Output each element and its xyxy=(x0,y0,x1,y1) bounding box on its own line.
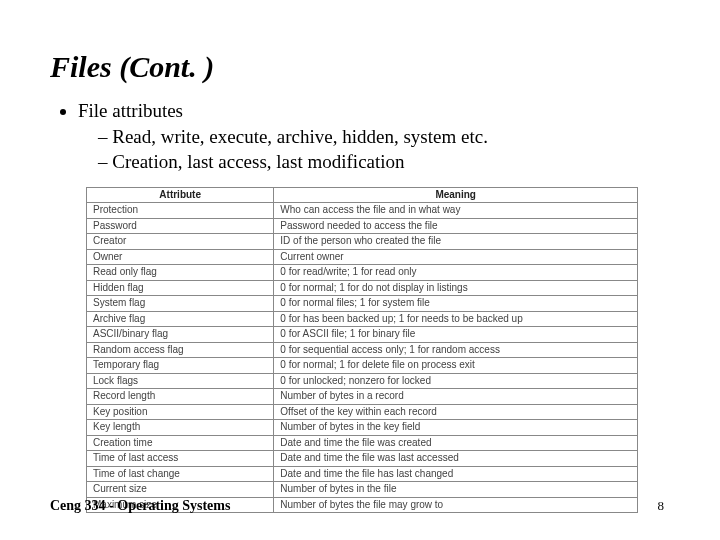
cell-meaning: 0 for unlocked; nonzero for locked xyxy=(274,373,638,389)
table-row: Record lengthNumber of bytes in a record xyxy=(87,389,638,405)
cell-meaning: Current owner xyxy=(274,249,638,265)
cell-meaning: Offset of the key within each record xyxy=(274,404,638,420)
cell-attribute: Key length xyxy=(87,420,274,436)
table-row: Creation timeDate and time the file was … xyxy=(87,435,638,451)
cell-meaning: 0 for has been backed up; 1 for needs to… xyxy=(274,311,638,327)
bullet-primary-text: File attributes xyxy=(78,100,183,121)
cell-meaning: 0 for read/write; 1 for read only xyxy=(274,265,638,281)
cell-meaning: Date and time the file was created xyxy=(274,435,638,451)
table-row: OwnerCurrent owner xyxy=(87,249,638,265)
footer-text: Ceng 334 - Operating Systems xyxy=(50,498,230,514)
cell-meaning: Number of bytes in a record xyxy=(274,389,638,405)
table-row: Key positionOffset of the key within eac… xyxy=(87,404,638,420)
col-header-meaning: Meaning xyxy=(274,187,638,203)
cell-meaning: 0 for ASCII file; 1 for binary file xyxy=(274,327,638,343)
cell-meaning: Number of bytes in the key field xyxy=(274,420,638,436)
cell-meaning: 0 for normal; 1 for delete file on proce… xyxy=(274,358,638,374)
cell-attribute: Archive flag xyxy=(87,311,274,327)
table-row: Random access flag0 for sequential acces… xyxy=(87,342,638,358)
table-row: Lock flags0 for unlocked; nonzero for lo… xyxy=(87,373,638,389)
cell-attribute: Hidden flag xyxy=(87,280,274,296)
slide-title: Files (Cont. ) xyxy=(50,50,670,84)
bullet-sub-1: Read, write, execute, archive, hidden, s… xyxy=(98,124,670,150)
cell-meaning: Date and time the file has last changed xyxy=(274,466,638,482)
col-header-attribute: Attribute xyxy=(87,187,274,203)
cell-meaning: Who can access the file and in what way xyxy=(274,203,638,219)
table-row: ProtectionWho can access the file and in… xyxy=(87,203,638,219)
table-row: Time of last accessDate and time the fil… xyxy=(87,451,638,467)
cell-attribute: Random access flag xyxy=(87,342,274,358)
table-row: Read only flag0 for read/write; 1 for re… xyxy=(87,265,638,281)
table-row: CreatorID of the person who created the … xyxy=(87,234,638,250)
page-number: 8 xyxy=(658,498,665,514)
cell-meaning: 0 for normal files; 1 for system file xyxy=(274,296,638,312)
cell-attribute: Password xyxy=(87,218,274,234)
bullet-list: File attributes Read, write, execute, ar… xyxy=(50,98,670,175)
cell-meaning: Password needed to access the file xyxy=(274,218,638,234)
table-row: Hidden flag0 for normal; 1 for do not di… xyxy=(87,280,638,296)
bullet-sub-2: Creation, last access, last modification xyxy=(98,149,670,175)
cell-attribute: Record length xyxy=(87,389,274,405)
cell-meaning: 0 for normal; 1 for do not display in li… xyxy=(274,280,638,296)
table-row: Time of last changeDate and time the fil… xyxy=(87,466,638,482)
cell-attribute: Protection xyxy=(87,203,274,219)
attributes-table: Attribute Meaning ProtectionWho can acce… xyxy=(86,187,638,514)
cell-attribute: Read only flag xyxy=(87,265,274,281)
table-row: Current sizeNumber of bytes in the file xyxy=(87,482,638,498)
cell-attribute: Creator xyxy=(87,234,274,250)
cell-meaning: ID of the person who created the file xyxy=(274,234,638,250)
cell-attribute: Owner xyxy=(87,249,274,265)
table-row: ASCII/binary flag0 for ASCII file; 1 for… xyxy=(87,327,638,343)
bullet-primary: File attributes Read, write, execute, ar… xyxy=(78,98,670,175)
cell-attribute: System flag xyxy=(87,296,274,312)
cell-attribute: Creation time xyxy=(87,435,274,451)
table-row: Archive flag0 for has been backed up; 1 … xyxy=(87,311,638,327)
cell-attribute: Key position xyxy=(87,404,274,420)
table-row: System flag0 for normal files; 1 for sys… xyxy=(87,296,638,312)
table-row: Temporary flag0 for normal; 1 for delete… xyxy=(87,358,638,374)
cell-attribute: Temporary flag xyxy=(87,358,274,374)
cell-meaning: 0 for sequential access only; 1 for rand… xyxy=(274,342,638,358)
cell-attribute: Current size xyxy=(87,482,274,498)
cell-attribute: ASCII/binary flag xyxy=(87,327,274,343)
cell-meaning: Date and time the file was last accessed xyxy=(274,451,638,467)
table-row: Key lengthNumber of bytes in the key fie… xyxy=(87,420,638,436)
attributes-table-wrap: Attribute Meaning ProtectionWho can acce… xyxy=(86,187,638,514)
cell-attribute: Time of last access xyxy=(87,451,274,467)
cell-meaning: Number of bytes the file may grow to xyxy=(274,497,638,513)
cell-meaning: Number of bytes in the file xyxy=(274,482,638,498)
table-row: PasswordPassword needed to access the fi… xyxy=(87,218,638,234)
cell-attribute: Lock flags xyxy=(87,373,274,389)
cell-attribute: Time of last change xyxy=(87,466,274,482)
